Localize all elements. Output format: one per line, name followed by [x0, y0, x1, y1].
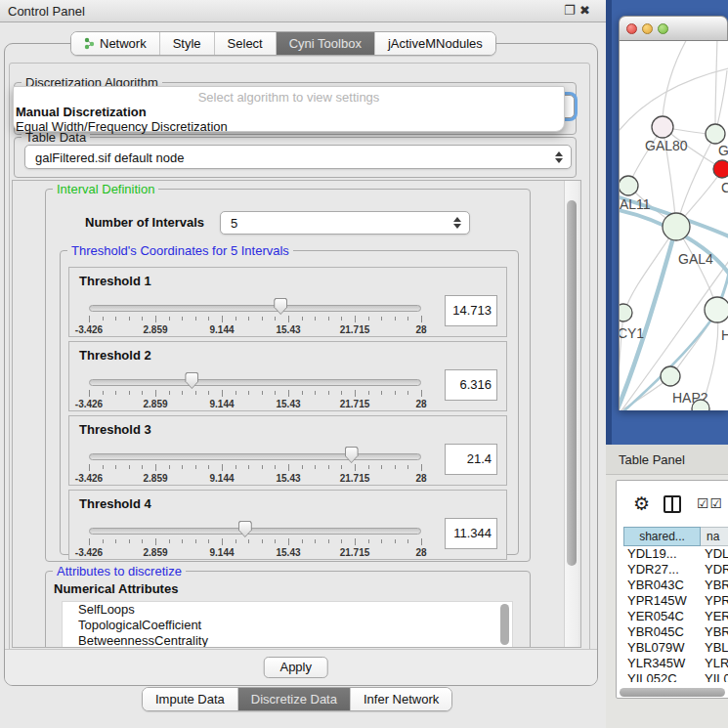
- slider-ticks: [89, 464, 421, 472]
- network-node-gal4[interactable]: [663, 213, 690, 240]
- threshold-slider[interactable]: -3.4262.8599.14415.4321.71528: [89, 342, 421, 412]
- numerical-attributes-list[interactable]: SelfLoopsTopologicalCoefficientBetweenne…: [62, 601, 513, 648]
- tab-label: Style: [173, 36, 201, 51]
- list-scrollbar-thumb[interactable]: [500, 604, 509, 645]
- minimize-traffic-light-icon[interactable]: [642, 23, 653, 34]
- cell-shared-name: YDL19...: [623, 546, 701, 562]
- table-row[interactable]: YBR045CYBR0: [623, 624, 728, 640]
- checkbox-filter-icons[interactable]: ☑☑: [697, 495, 723, 511]
- horizontal-scrollbar-thumb[interactable]: [620, 688, 725, 697]
- column-header-shared[interactable]: shared...: [623, 527, 701, 546]
- table-row[interactable]: YLR345WYLR3: [623, 656, 728, 671]
- cell-name: YDR2: [701, 562, 728, 578]
- tick-label: 2.859: [143, 473, 167, 484]
- tab-label: Discretize Data: [251, 692, 337, 707]
- tab-style[interactable]: Style: [160, 32, 215, 55]
- control-panel-titlebar: Control Panel ❐ ✖: [0, 0, 606, 22]
- slider-thumb[interactable]: [185, 372, 198, 389]
- threshold-value-field[interactable]: 21.4: [445, 444, 497, 475]
- attributes-group-label: Attributes to discretize: [53, 564, 186, 578]
- cell-shared-name: YBR045C: [623, 624, 701, 640]
- network-node-gal80[interactable]: [652, 116, 673, 138]
- threshold-row: Threshold 2 -3.4262.8599.14415.4321.7152…: [68, 341, 507, 411]
- network-node-h[interactable]: [705, 297, 728, 322]
- table-row[interactable]: YER054CYER0: [623, 609, 728, 624]
- threshold-rows: Threshold 1 -3.4262.8599.14415.4321.7152…: [61, 251, 520, 556]
- tab-label: Cyni Toolbox: [289, 36, 362, 51]
- tick-label: 28: [415, 473, 426, 484]
- node-label: C: [721, 180, 728, 195]
- threshold-slider[interactable]: -3.4262.8599.14415.4321.71528: [89, 268, 421, 338]
- table-row[interactable]: YPR145WYPR1: [623, 593, 728, 609]
- threshold-value-field[interactable]: 11.344: [445, 518, 497, 549]
- slider-thumb[interactable]: [238, 521, 252, 537]
- table-panel-card: ⚙ ☑☑ shared... na YDL19...YDL1YDR27...YD…: [616, 480, 728, 699]
- node-label: GAL4: [678, 251, 713, 267]
- table-row[interactable]: YIL052CYIL0: [623, 671, 728, 682]
- vertical-scrollbar-track[interactable]: [564, 181, 578, 648]
- tick-label: 15.43: [276, 324, 300, 335]
- threshold-slider[interactable]: -3.4262.8599.14415.4321.71528: [89, 416, 421, 487]
- control-panel: Control Panel ❐ ✖ NetworkStyleSelectCyni…: [0, 0, 606, 728]
- network-node-g[interactable]: [706, 124, 725, 144]
- network-canvas[interactable]: GAL80GCGAL11GAL4GCY1HHAP2: [619, 41, 728, 410]
- tick-label: 28: [415, 324, 426, 335]
- split-columns-icon[interactable]: [664, 495, 681, 513]
- apply-bar: Apply: [5, 649, 597, 685]
- network-node-gal11[interactable]: [620, 176, 638, 195]
- network-area-edge: [606, 0, 612, 445]
- tick-label: 15.43: [276, 399, 300, 409]
- tab-network[interactable]: Network: [71, 32, 160, 55]
- apply-button[interactable]: Apply: [264, 657, 328, 678]
- cell-name: YBL0: [701, 640, 728, 656]
- threshold-value-field[interactable]: 6.316: [445, 369, 497, 401]
- table-data-combobox-value: galFiltered.sif default node: [35, 150, 184, 164]
- slider-thumb[interactable]: [345, 447, 359, 463]
- popup-item-manual-discretization[interactable]: Manual Discretization: [16, 105, 147, 119]
- tick-label: -3.426: [75, 324, 103, 335]
- tab-cyni-toolbox[interactable]: Cyni Toolbox: [277, 32, 375, 55]
- network-node-gcy1[interactable]: [620, 304, 632, 321]
- table-data-combobox[interactable]: galFiltered.sif default node: [24, 145, 572, 169]
- table-row[interactable]: YDL19...YDL1: [623, 546, 728, 562]
- float-window-icon[interactable]: ❐: [564, 3, 576, 18]
- network-window-titlebar: [619, 16, 728, 41]
- network-node-hap2[interactable]: [661, 366, 680, 386]
- slider-track[interactable]: [89, 528, 421, 535]
- tab-label: Impute Data: [155, 692, 225, 707]
- interval-definition-group: Interval Definition Number of Intervals …: [45, 189, 531, 562]
- gear-icon[interactable]: ⚙: [633, 492, 650, 515]
- table-row[interactable]: YBL079WYBL0: [623, 640, 728, 656]
- number-of-intervals-value: 5: [231, 216, 237, 231]
- table-row[interactable]: YDR27...YDR2: [623, 562, 728, 578]
- zoom-traffic-light-icon[interactable]: [658, 23, 668, 34]
- tab-discretize-data[interactable]: Discretize Data: [238, 688, 351, 710]
- close-icon[interactable]: ✖: [579, 3, 590, 18]
- tick-label: 2.859: [143, 324, 167, 335]
- slider-thumb[interactable]: [274, 298, 287, 315]
- tab-label: Network: [100, 36, 147, 51]
- tab-jactivemnodules[interactable]: jActiveMNodules: [375, 32, 495, 55]
- slider-track[interactable]: [89, 453, 421, 460]
- vertical-scrollbar-thumb[interactable]: [567, 200, 577, 566]
- table-row[interactable]: YBR043CYBR0: [623, 578, 728, 593]
- numerical-attributes-label: Numerical Attributes: [54, 581, 178, 596]
- cell-name: YIL0: [701, 671, 728, 682]
- attribute-item-betweennesscentrality[interactable]: BetweennessCentrality: [63, 633, 512, 648]
- tab-infer-network[interactable]: Infer Network: [351, 688, 451, 710]
- threshold-value-field[interactable]: 14.713: [445, 295, 497, 326]
- attribute-item-selfloops[interactable]: SelfLoops: [63, 602, 512, 618]
- slider-ticks: [89, 390, 421, 398]
- popup-item-equal-width-frequency-discretization[interactable]: Equal Width/Frequency Discretization: [16, 119, 228, 134]
- close-traffic-light-icon[interactable]: [626, 23, 637, 34]
- slider-track[interactable]: [89, 305, 421, 312]
- number-of-intervals-combobox[interactable]: 5: [220, 211, 470, 235]
- tab-impute-data[interactable]: Impute Data: [143, 688, 238, 710]
- slider-tick-labels: -3.4262.8599.14415.4321.71528: [89, 399, 421, 409]
- tab-select[interactable]: Select: [215, 32, 277, 55]
- network-node-c[interactable]: [713, 160, 728, 178]
- column-header-name[interactable]: na: [701, 527, 728, 546]
- threshold-slider[interactable]: -3.4262.8599.14415.4321.71528: [89, 491, 421, 561]
- attribute-item-topologicalcoefficient[interactable]: TopologicalCoefficient: [63, 618, 512, 633]
- slider-track[interactable]: [89, 379, 421, 386]
